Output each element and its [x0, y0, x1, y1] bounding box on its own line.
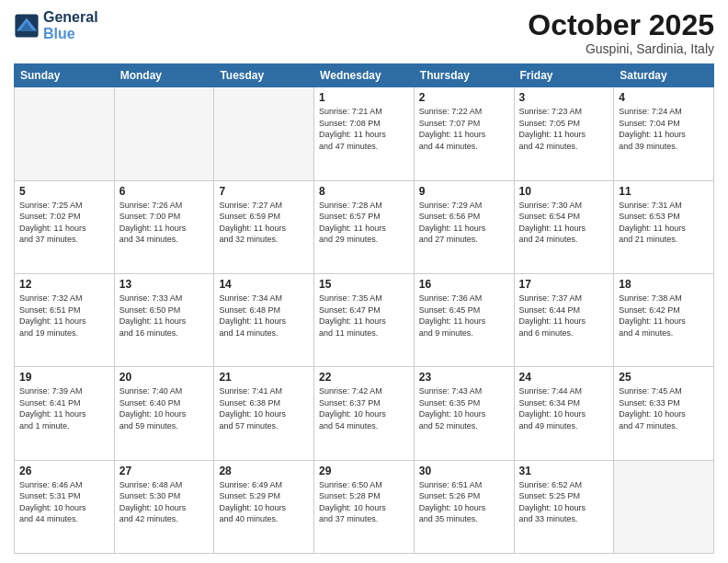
calendar-cell: 7Sunrise: 7:27 AM Sunset: 6:59 PM Daylig… — [214, 180, 314, 273]
day-info: Sunrise: 7:40 AM Sunset: 6:40 PM Dayligh… — [119, 385, 210, 431]
calendar-cell: 14Sunrise: 7:34 AM Sunset: 6:48 PM Dayli… — [214, 273, 314, 366]
day-number: 13 — [119, 278, 210, 291]
day-number: 26 — [19, 465, 109, 477]
day-info: Sunrise: 7:26 AM Sunset: 7:00 PM Dayligh… — [119, 200, 210, 246]
day-info: Sunrise: 7:39 AM Sunset: 6:41 PM Dayligh… — [19, 385, 109, 431]
day-info: Sunrise: 7:23 AM Sunset: 7:05 PM Dayligh… — [519, 106, 609, 152]
week-row-5: 26Sunrise: 6:46 AM Sunset: 5:31 PM Dayli… — [15, 460, 714, 553]
day-info: Sunrise: 6:48 AM Sunset: 5:30 PM Dayligh… — [119, 479, 210, 525]
calendar-cell: 25Sunrise: 7:45 AM Sunset: 6:33 PM Dayli… — [614, 367, 714, 460]
day-number: 15 — [319, 278, 409, 291]
day-number: 3 — [519, 91, 609, 104]
location: Guspini, Sardinia, Italy — [528, 41, 714, 56]
calendar-cell: 6Sunrise: 7:26 AM Sunset: 7:00 PM Daylig… — [114, 180, 214, 273]
day-header-thursday: Thursday — [414, 64, 514, 87]
day-info: Sunrise: 7:28 AM Sunset: 6:57 PM Dayligh… — [319, 200, 409, 246]
calendar-cell: 8Sunrise: 7:28 AM Sunset: 6:57 PM Daylig… — [314, 180, 415, 273]
calendar-cell — [114, 87, 214, 180]
calendar-cell: 22Sunrise: 7:42 AM Sunset: 6:37 PM Dayli… — [314, 367, 415, 460]
logo-icon — [14, 13, 40, 39]
day-header-tuesday: Tuesday — [214, 64, 314, 87]
calendar-cell: 1Sunrise: 7:21 AM Sunset: 7:08 PM Daylig… — [314, 87, 415, 180]
page: General Blue October 2025 Guspini, Sardi… — [0, 0, 728, 563]
week-row-2: 5Sunrise: 7:25 AM Sunset: 7:02 PM Daylig… — [15, 180, 714, 273]
day-header-sunday: Sunday — [15, 64, 115, 87]
day-number: 28 — [219, 465, 309, 477]
calendar-cell: 26Sunrise: 6:46 AM Sunset: 5:31 PM Dayli… — [15, 460, 115, 553]
calendar-cell: 29Sunrise: 6:50 AM Sunset: 5:28 PM Dayli… — [314, 460, 415, 553]
day-info: Sunrise: 7:36 AM Sunset: 6:45 PM Dayligh… — [419, 293, 509, 339]
day-number: 24 — [519, 371, 609, 384]
week-row-4: 19Sunrise: 7:39 AM Sunset: 6:41 PM Dayli… — [15, 367, 714, 460]
day-info: Sunrise: 7:30 AM Sunset: 6:54 PM Dayligh… — [519, 200, 609, 246]
calendar-cell — [15, 87, 115, 180]
calendar-cell: 10Sunrise: 7:30 AM Sunset: 6:54 PM Dayli… — [514, 180, 614, 273]
day-number: 2 — [419, 91, 509, 104]
day-info: Sunrise: 7:24 AM Sunset: 7:04 PM Dayligh… — [619, 106, 709, 152]
day-info: Sunrise: 7:27 AM Sunset: 6:59 PM Dayligh… — [219, 200, 309, 246]
day-number: 22 — [319, 371, 409, 384]
day-info: Sunrise: 7:42 AM Sunset: 6:37 PM Dayligh… — [319, 385, 409, 431]
day-number: 23 — [419, 371, 509, 384]
day-number: 25 — [619, 371, 709, 384]
calendar-cell: 2Sunrise: 7:22 AM Sunset: 7:07 PM Daylig… — [414, 87, 514, 180]
day-number: 30 — [419, 465, 509, 477]
day-info: Sunrise: 7:21 AM Sunset: 7:08 PM Dayligh… — [319, 106, 409, 152]
day-number: 21 — [219, 371, 309, 384]
calendar-cell: 30Sunrise: 6:51 AM Sunset: 5:26 PM Dayli… — [414, 460, 514, 553]
calendar-cell: 19Sunrise: 7:39 AM Sunset: 6:41 PM Dayli… — [15, 367, 115, 460]
calendar-cell: 23Sunrise: 7:43 AM Sunset: 6:35 PM Dayli… — [414, 367, 514, 460]
day-info: Sunrise: 7:22 AM Sunset: 7:07 PM Dayligh… — [419, 106, 509, 152]
day-info: Sunrise: 7:31 AM Sunset: 6:53 PM Dayligh… — [619, 200, 709, 246]
calendar-cell: 18Sunrise: 7:38 AM Sunset: 6:42 PM Dayli… — [614, 273, 714, 366]
day-number: 12 — [19, 278, 109, 291]
day-info: Sunrise: 6:52 AM Sunset: 5:25 PM Dayligh… — [519, 479, 609, 525]
day-header-wednesday: Wednesday — [314, 64, 415, 87]
month-title: October 2025 — [528, 9, 714, 41]
calendar-cell: 11Sunrise: 7:31 AM Sunset: 6:53 PM Dayli… — [614, 180, 714, 273]
day-number: 20 — [119, 371, 210, 384]
day-header-saturday: Saturday — [614, 64, 714, 87]
calendar-cell: 4Sunrise: 7:24 AM Sunset: 7:04 PM Daylig… — [614, 87, 714, 180]
day-info: Sunrise: 7:37 AM Sunset: 6:44 PM Dayligh… — [519, 293, 609, 339]
day-number: 8 — [319, 185, 409, 198]
day-number: 29 — [319, 465, 409, 477]
week-row-3: 12Sunrise: 7:32 AM Sunset: 6:51 PM Dayli… — [15, 273, 714, 366]
calendar-cell: 20Sunrise: 7:40 AM Sunset: 6:40 PM Dayli… — [114, 367, 214, 460]
day-number: 16 — [419, 278, 509, 291]
day-info: Sunrise: 7:25 AM Sunset: 7:02 PM Dayligh… — [19, 200, 109, 246]
day-info: Sunrise: 7:44 AM Sunset: 6:34 PM Dayligh… — [519, 385, 609, 431]
calendar-cell: 16Sunrise: 7:36 AM Sunset: 6:45 PM Dayli… — [414, 273, 514, 366]
day-number: 6 — [119, 185, 210, 198]
day-info: Sunrise: 7:32 AM Sunset: 6:51 PM Dayligh… — [19, 293, 109, 339]
day-number: 11 — [619, 185, 709, 198]
day-info: Sunrise: 6:51 AM Sunset: 5:26 PM Dayligh… — [419, 479, 509, 525]
calendar-cell: 9Sunrise: 7:29 AM Sunset: 6:56 PM Daylig… — [414, 180, 514, 273]
day-info: Sunrise: 7:33 AM Sunset: 6:50 PM Dayligh… — [119, 293, 210, 339]
day-number: 1 — [319, 91, 409, 104]
day-info: Sunrise: 7:43 AM Sunset: 6:35 PM Dayligh… — [419, 385, 509, 431]
logo: General Blue — [14, 9, 98, 42]
day-header-monday: Monday — [114, 64, 214, 87]
day-number: 19 — [19, 371, 109, 384]
calendar-cell: 27Sunrise: 6:48 AM Sunset: 5:30 PM Dayli… — [114, 460, 214, 553]
calendar-cell — [614, 460, 714, 553]
day-info: Sunrise: 6:49 AM Sunset: 5:29 PM Dayligh… — [219, 479, 309, 525]
calendar-cell: 17Sunrise: 7:37 AM Sunset: 6:44 PM Dayli… — [514, 273, 614, 366]
calendar-cell: 15Sunrise: 7:35 AM Sunset: 6:47 PM Dayli… — [314, 273, 415, 366]
day-number: 27 — [119, 465, 210, 477]
calendar-cell: 12Sunrise: 7:32 AM Sunset: 6:51 PM Dayli… — [15, 273, 115, 366]
calendar-cell: 21Sunrise: 7:41 AM Sunset: 6:38 PM Dayli… — [214, 367, 314, 460]
calendar-cell: 28Sunrise: 6:49 AM Sunset: 5:29 PM Dayli… — [214, 460, 314, 553]
day-number: 14 — [219, 278, 309, 291]
calendar-table: SundayMondayTuesdayWednesdayThursdayFrid… — [14, 63, 714, 554]
day-info: Sunrise: 7:41 AM Sunset: 6:38 PM Dayligh… — [219, 385, 309, 431]
day-header-friday: Friday — [514, 64, 614, 87]
calendar-cell — [214, 87, 314, 180]
day-number: 17 — [519, 278, 609, 291]
day-info: Sunrise: 7:29 AM Sunset: 6:56 PM Dayligh… — [419, 200, 509, 246]
day-number: 18 — [619, 278, 709, 291]
day-info: Sunrise: 6:50 AM Sunset: 5:28 PM Dayligh… — [319, 479, 409, 525]
day-info: Sunrise: 7:38 AM Sunset: 6:42 PM Dayligh… — [619, 293, 709, 339]
header: General Blue October 2025 Guspini, Sardi… — [14, 9, 714, 56]
